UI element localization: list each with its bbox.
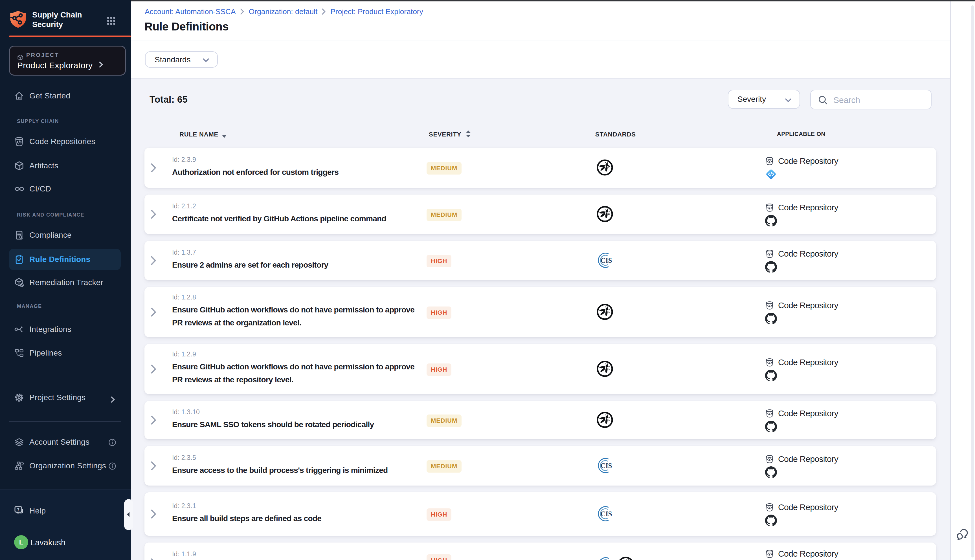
svg-text:?: ? xyxy=(17,507,20,512)
